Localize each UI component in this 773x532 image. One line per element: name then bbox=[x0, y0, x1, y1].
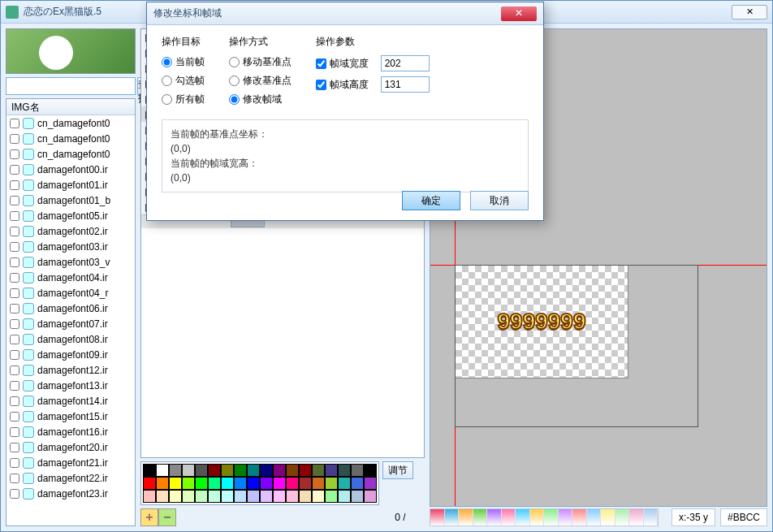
palette-swatch[interactable] bbox=[221, 477, 234, 490]
dialog-close-button[interactable]: ✕ bbox=[501, 6, 537, 21]
list-item-checkbox[interactable] bbox=[10, 288, 19, 298]
list-item[interactable]: damagefont16.ir bbox=[6, 424, 135, 439]
palette-swatch[interactable] bbox=[286, 490, 299, 503]
palette-swatch[interactable] bbox=[299, 490, 312, 503]
palette-swatch[interactable] bbox=[273, 477, 286, 490]
palette-swatch[interactable] bbox=[156, 477, 169, 490]
checkbox-width[interactable] bbox=[316, 58, 326, 69]
list-item[interactable]: damagefont08.ir bbox=[6, 331, 135, 347]
list-item[interactable]: damagefont06.ir bbox=[6, 301, 135, 316]
list-item[interactable]: damagefont21.ir bbox=[6, 455, 135, 470]
list-item[interactable]: cn_damagefont0 bbox=[6, 131, 135, 146]
color-palette[interactable] bbox=[140, 461, 379, 505]
list-item[interactable]: damagefont01_b bbox=[6, 192, 135, 208]
zoom-plus-button[interactable]: + bbox=[140, 508, 158, 526]
dialog-titlebar[interactable]: 修改坐标和帧域 ✕ bbox=[147, 2, 543, 25]
tool-icon[interactable] bbox=[587, 509, 602, 526]
list-item[interactable]: damagefont02.ir bbox=[6, 223, 135, 239]
palette-swatch[interactable] bbox=[247, 477, 260, 490]
palette-swatch[interactable] bbox=[364, 464, 377, 477]
palette-swatch[interactable] bbox=[260, 490, 273, 503]
list-item[interactable]: damagefont01.ir bbox=[6, 177, 135, 192]
list-item[interactable]: damagefont14.ir bbox=[6, 393, 135, 409]
img-list-header[interactable]: IMG名 bbox=[6, 99, 135, 115]
palette-swatch[interactable] bbox=[299, 464, 312, 477]
tool-icon[interactable] bbox=[487, 509, 502, 526]
list-item-checkbox[interactable] bbox=[10, 427, 19, 437]
tool-icon[interactable] bbox=[459, 509, 473, 526]
list-item-checkbox[interactable] bbox=[10, 134, 19, 144]
palette-swatch[interactable] bbox=[156, 490, 169, 503]
list-item[interactable]: damagefont07.ir bbox=[6, 316, 135, 331]
list-item-checkbox[interactable] bbox=[10, 489, 19, 499]
tool-icon[interactable] bbox=[629, 509, 644, 526]
palette-swatch[interactable] bbox=[364, 477, 377, 490]
palette-swatch[interactable] bbox=[195, 464, 208, 477]
radio-checked-frames[interactable] bbox=[162, 76, 172, 86]
palette-swatch[interactable] bbox=[325, 464, 338, 477]
list-item[interactable]: damagefont22.ir bbox=[6, 470, 135, 486]
list-item-checkbox[interactable] bbox=[10, 227, 19, 236]
list-item-checkbox[interactable] bbox=[10, 257, 19, 267]
input-width[interactable] bbox=[381, 55, 430, 71]
palette-swatch[interactable] bbox=[247, 490, 260, 503]
palette-swatch[interactable] bbox=[338, 490, 351, 503]
list-item-checkbox[interactable] bbox=[10, 365, 19, 375]
palette-swatch[interactable] bbox=[195, 477, 208, 490]
list-item[interactable]: damagefont03_v bbox=[6, 254, 135, 270]
tool-icon[interactable] bbox=[502, 509, 516, 526]
palette-swatch[interactable] bbox=[208, 464, 221, 477]
palette-swatch[interactable] bbox=[273, 490, 286, 503]
palette-swatch[interactable] bbox=[286, 477, 299, 490]
radio-edit-bounds[interactable] bbox=[229, 94, 240, 105]
list-item-checkbox[interactable] bbox=[10, 412, 19, 422]
list-item[interactable]: damagefont12.ir bbox=[6, 362, 135, 378]
list-item[interactable]: damagefont20.ir bbox=[6, 439, 135, 455]
palette-swatch[interactable] bbox=[312, 490, 325, 503]
tool-icon[interactable] bbox=[473, 509, 488, 526]
tool-icon[interactable] bbox=[544, 509, 559, 526]
palette-swatch[interactable] bbox=[299, 477, 312, 490]
list-item[interactable]: damagefont04.ir bbox=[6, 270, 135, 285]
palette-swatch[interactable] bbox=[182, 464, 195, 477]
list-item[interactable]: damagefont00.ir bbox=[6, 162, 135, 177]
tool-icon[interactable] bbox=[572, 509, 587, 526]
palette-swatch[interactable] bbox=[143, 490, 156, 503]
zoom-minus-button[interactable]: − bbox=[158, 508, 176, 526]
search-input[interactable] bbox=[6, 77, 136, 95]
palette-swatch[interactable] bbox=[221, 490, 234, 503]
palette-swatch[interactable] bbox=[143, 477, 156, 490]
list-item-checkbox[interactable] bbox=[10, 180, 19, 190]
palette-swatch[interactable] bbox=[221, 464, 234, 477]
palette-swatch[interactable] bbox=[234, 477, 247, 490]
radio-current-frame[interactable] bbox=[162, 57, 172, 67]
list-item-checkbox[interactable] bbox=[10, 319, 19, 329]
palette-swatch[interactable] bbox=[351, 464, 364, 477]
palette-swatch[interactable] bbox=[260, 464, 273, 477]
palette-swatch[interactable] bbox=[351, 490, 364, 503]
palette-swatch[interactable] bbox=[195, 490, 208, 503]
main-close-button[interactable]: ✕ bbox=[732, 5, 767, 19]
palette-swatch[interactable] bbox=[208, 490, 221, 503]
palette-swatch[interactable] bbox=[143, 464, 156, 477]
palette-swatch[interactable] bbox=[169, 477, 182, 490]
tool-icon[interactable] bbox=[615, 509, 630, 526]
palette-swatch[interactable] bbox=[312, 464, 325, 477]
palette-swatch[interactable] bbox=[351, 477, 364, 490]
list-item[interactable]: damagefont09.ir bbox=[6, 347, 135, 362]
palette-swatch[interactable] bbox=[338, 464, 351, 477]
list-item-checkbox[interactable] bbox=[10, 149, 19, 159]
palette-swatch[interactable] bbox=[182, 477, 195, 490]
list-item-checkbox[interactable] bbox=[10, 396, 19, 406]
list-item[interactable]: damagefont04_r bbox=[6, 285, 135, 301]
list-item[interactable]: cn_damagefont0 bbox=[6, 115, 135, 131]
list-item-checkbox[interactable] bbox=[10, 165, 19, 175]
palette-swatch[interactable] bbox=[247, 464, 260, 477]
palette-swatch[interactable] bbox=[234, 464, 247, 477]
list-item-checkbox[interactable] bbox=[10, 335, 19, 344]
palette-swatch[interactable] bbox=[325, 477, 338, 490]
list-item-checkbox[interactable] bbox=[10, 119, 19, 128]
list-item-checkbox[interactable] bbox=[10, 273, 19, 283]
adjust-button[interactable]: 调节 bbox=[382, 461, 413, 479]
palette-swatch[interactable] bbox=[182, 490, 195, 503]
